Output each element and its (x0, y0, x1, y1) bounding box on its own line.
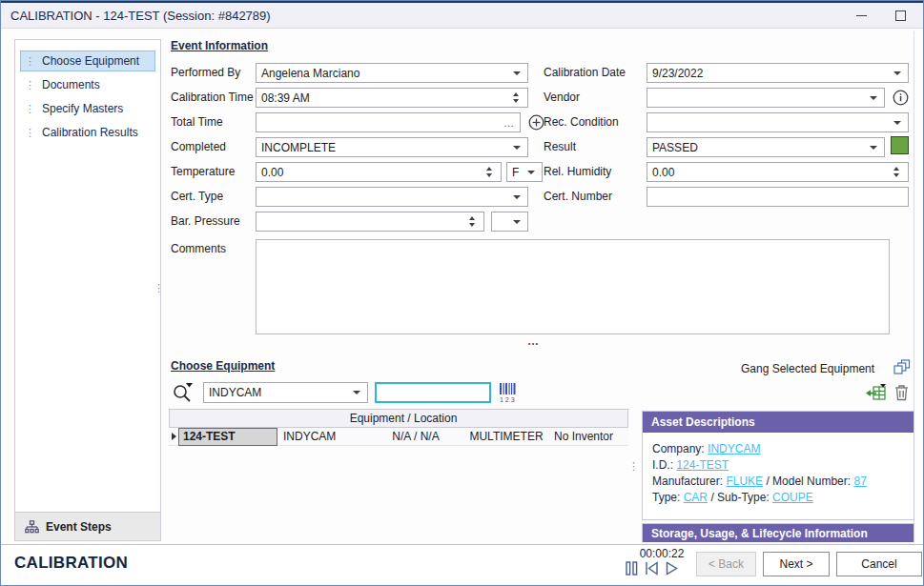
cert-number-label: Cert. Number (544, 190, 612, 203)
chevron-down-icon (892, 71, 903, 75)
spinner-arrows-icon[interactable] (509, 92, 523, 103)
vendor-info-icon[interactable] (891, 88, 910, 107)
title-bar: CALIBRATION - 124-TEST (Session: #842789… (1, 1, 923, 29)
sidebar-item-documents[interactable]: ⋮ Documents (20, 74, 155, 95)
chevron-down-icon (511, 146, 523, 150)
grip-icon: ⋮ (25, 80, 35, 90)
asset-panel-splitter[interactable]: ⋮ (628, 460, 639, 473)
back-button[interactable]: < Back (696, 552, 756, 576)
row-selector-cell (169, 433, 178, 440)
spinner-arrows-icon[interactable] (890, 167, 903, 177)
bar-pressure-spinner[interactable] (256, 212, 484, 232)
equipment-company-cell: INDYCAM (277, 430, 373, 443)
grip-icon: ⋮ (25, 128, 35, 137)
grip-icon: ⋮ (25, 104, 35, 113)
asset-type-line: Type: CAR / Sub-Type: COUPE (652, 490, 904, 506)
window-title: CALIBRATION - 124-TEST (Session: #842789… (10, 9, 271, 23)
equipment-table-header: Equipment / Location (169, 409, 628, 428)
storage-lifecycle-header: Storage, Usage, & Lifecycle Information (642, 523, 914, 542)
barcode-icon[interactable]: 1 2 3 (498, 381, 517, 404)
delete-icon[interactable] (893, 383, 910, 402)
calibration-date-label: Calibration Date (544, 66, 626, 79)
calibration-date-select[interactable]: 9/23/2022 (647, 63, 909, 83)
spinner-arrows-icon[interactable] (483, 167, 496, 177)
result-status-swatch (891, 136, 909, 154)
spinner-arrows-icon[interactable] (465, 216, 479, 227)
session-timer: 00:00:22 (619, 547, 705, 560)
equipment-location-column-header: Equipment / Location (179, 410, 627, 427)
calibration-time-label: Calibration Time (171, 91, 254, 104)
next-button[interactable]: Next > (763, 552, 830, 576)
sidebar-item-choose-equipment[interactable]: ⋮ Choose Equipment (20, 51, 155, 71)
result-select[interactable]: PASSED (647, 137, 885, 157)
comments-textarea[interactable] (256, 239, 890, 334)
equipment-location-cell: N/A / N/A (373, 430, 459, 443)
search-icon[interactable] (171, 380, 195, 405)
equipment-search-input[interactable] (375, 382, 491, 403)
total-time-field[interactable]: … (256, 112, 521, 132)
sidebar-item-label: Calibration Results (42, 126, 138, 139)
cancel-button[interactable]: Cancel (836, 552, 922, 576)
rel-humidity-spinner[interactable]: 0.00 (647, 162, 909, 182)
org-chart-icon (25, 520, 39, 534)
asset-id-line: I.D.: 124-TEST (652, 457, 904, 474)
timer-controls (626, 561, 678, 576)
comments-label: Comments (171, 242, 226, 255)
temperature-unit-select[interactable]: F (506, 162, 543, 182)
add-time-icon[interactable] (526, 112, 545, 131)
svg-text:1 2 3: 1 2 3 (500, 396, 515, 403)
cert-number-input[interactable] (647, 187, 909, 207)
sidebar-item-specify-masters[interactable]: ⋮ Specify Masters (20, 98, 155, 119)
equipment-status-cell: No Inventor (554, 430, 625, 443)
calibration-time-spinner[interactable]: 08:39 AM (256, 88, 528, 108)
manufacturer-link[interactable]: FLUKE (726, 475, 763, 488)
event-steps-button[interactable]: Event Steps (15, 512, 160, 540)
sidebar-item-label: Documents (42, 78, 100, 91)
panel-splitter[interactable]: ⋮ (154, 282, 164, 294)
bar-pressure-label: Bar. Pressure (171, 214, 240, 228)
company-link[interactable]: INDYCAM (708, 442, 760, 455)
app-window: CALIBRATION - 124-TEST (Session: #842789… (0, 0, 924, 586)
maximize-icon[interactable] (895, 10, 906, 21)
chevron-down-icon (511, 220, 523, 224)
main-panel: Event Information Performed By Angelena … (165, 31, 914, 542)
section-collapse-handle[interactable]: … (527, 334, 540, 348)
temperature-spinner[interactable]: 0.00 (256, 162, 502, 182)
chevron-down-icon (868, 146, 879, 150)
rec-condition-select[interactable] (647, 112, 909, 132)
equipment-table: Equipment / Location 124-TEST INDYCAM N/… (169, 409, 628, 446)
current-row-icon (172, 433, 176, 440)
equipment-type-cell: MULTIMETER (459, 430, 554, 443)
model-number-link[interactable]: 87 (853, 475, 866, 488)
skip-to-start-icon[interactable] (645, 561, 659, 576)
minimize-icon[interactable] (856, 15, 867, 17)
choose-equipment-heading: Choose Equipment (171, 359, 275, 373)
pause-icon[interactable] (626, 561, 638, 576)
ellipsis-icon[interactable]: … (503, 117, 515, 129)
completed-select[interactable]: INCOMPLETE (256, 137, 528, 157)
id-link[interactable]: 124-TEST (676, 458, 729, 472)
total-time-label: Total Time (171, 115, 223, 129)
performed-by-select[interactable]: Angelena Marciano (256, 63, 528, 83)
asset-descriptions-panel: Asset Descriptions Company: INDYCAM I.D.… (642, 411, 914, 520)
type-link[interactable]: CAR (684, 491, 708, 504)
result-label: Result (544, 140, 576, 153)
cert-type-select[interactable] (256, 187, 528, 207)
gang-equipment-icon[interactable] (893, 358, 911, 376)
vendor-label: Vendor (544, 91, 580, 104)
subtype-link[interactable]: COUPE (772, 491, 813, 504)
asset-manufacturer-line: Manufacturer: FLUKE / Model Number: 87 (652, 474, 904, 490)
sidebar-item-calibration-results[interactable]: ⋮ Calibration Results (20, 122, 155, 143)
equipment-table-row[interactable]: 124-TEST INDYCAM N/A / N/A MULTIMETER No… (169, 428, 628, 446)
play-icon[interactable] (666, 561, 678, 576)
event-steps-label: Event Steps (46, 520, 112, 534)
equipment-id-cell: 124-TEST (178, 428, 277, 446)
vendor-select[interactable] (647, 88, 885, 108)
cert-type-label: Cert. Type (171, 190, 223, 203)
equipment-filter-select[interactable]: INDYCAM (203, 382, 368, 403)
select-equipment-grid-icon[interactable] (864, 383, 887, 402)
footer-app-title: CALIBRATION (14, 554, 128, 573)
chevron-down-icon (525, 171, 537, 174)
footer-bar: CALIBRATION 00:00:22 < Back Next > Cance… (1, 544, 923, 585)
bar-pressure-unit-select[interactable] (491, 212, 528, 232)
